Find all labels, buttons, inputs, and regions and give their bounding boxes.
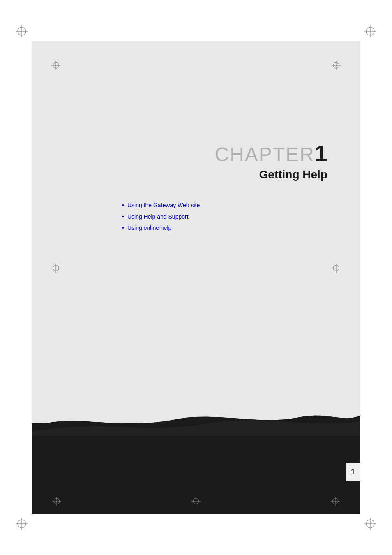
- content-area: CHAPTER1 Getting Help • Using the Gatewa…: [32, 41, 360, 514]
- bullet-icon: •: [122, 224, 124, 232]
- inner-reg-bottom-left: [52, 497, 61, 506]
- chapter-label: CHAPTER: [214, 143, 314, 165]
- inner-reg-bottom-center: [191, 497, 201, 506]
- toc-link-gateway-web-site[interactable]: Using the Gateway Web site: [127, 201, 200, 210]
- reg-mark-bottom-right: [364, 518, 376, 530]
- list-item: • Using Help and Support: [122, 213, 200, 221]
- chapter-number: 1: [315, 140, 327, 166]
- chapter-header: CHAPTER1 Getting Help: [214, 140, 327, 181]
- bullet-icon: •: [122, 201, 124, 210]
- inner-reg-bottom-right: [331, 497, 340, 506]
- reg-mark-bottom-left: [16, 518, 28, 530]
- reg-mark-top-left: [16, 25, 28, 37]
- toc-list: • Using the Gateway Web site • Using Hel…: [122, 201, 200, 236]
- page-container: CHAPTER1 Getting Help • Using the Gatewa…: [32, 41, 360, 514]
- chapter-title: Getting Help: [214, 168, 327, 181]
- reg-mark-top-right: [364, 25, 376, 37]
- bullet-icon: •: [122, 213, 124, 221]
- page-number: 1: [351, 468, 355, 476]
- bottom-section: [32, 403, 360, 514]
- page-number-tab: 1: [346, 463, 360, 481]
- chapter-label-row: CHAPTER1: [214, 140, 327, 166]
- toc-link-help-support[interactable]: Using Help and Support: [127, 213, 189, 221]
- toc-link-online-help[interactable]: Using online help: [127, 224, 171, 232]
- list-item: • Using the Gateway Web site: [122, 201, 200, 210]
- list-item: • Using online help: [122, 224, 200, 232]
